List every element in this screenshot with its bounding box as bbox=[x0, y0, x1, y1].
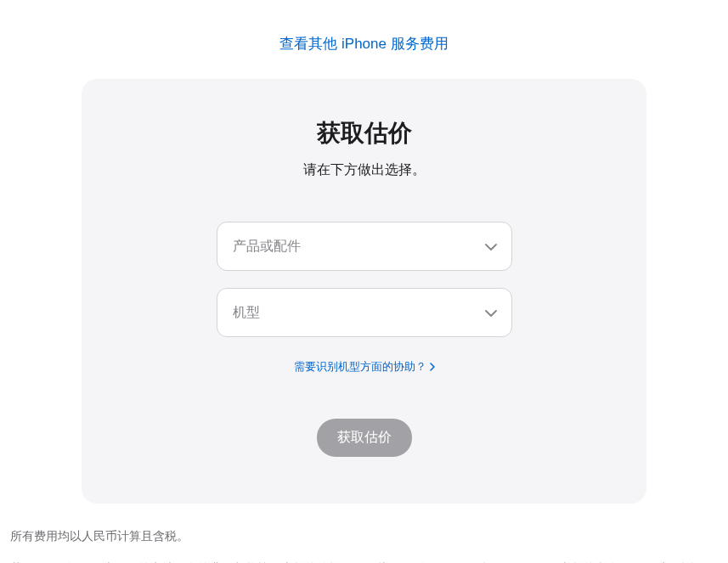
model-select[interactable]: 机型 bbox=[217, 288, 512, 337]
identify-model-help-link[interactable]: 需要识别机型方面的协助？ bbox=[294, 359, 435, 374]
product-select-wrap: 产品或配件 bbox=[217, 222, 512, 271]
help-link-text: 需要识别机型方面的协助？ bbox=[294, 359, 426, 374]
footer-line-2: 截至 2023 年 2 月底，保外电池服务的费用都将按照当前的价格收取。从 20… bbox=[10, 558, 718, 563]
card-subtitle: 请在下方做出选择。 bbox=[133, 161, 595, 179]
top-link-container: 查看其他 iPhone 服务费用 bbox=[0, 0, 728, 79]
footer-notes: 所有费用均以人民币计算且含税。 截至 2023 年 2 月底，保外电池服务的费用… bbox=[0, 504, 728, 563]
card-title: 获取估价 bbox=[133, 117, 595, 149]
button-row: 获取估价 bbox=[133, 419, 595, 457]
product-select[interactable]: 产品或配件 bbox=[217, 222, 512, 271]
model-select-placeholder: 机型 bbox=[233, 304, 260, 322]
model-select-wrap: 机型 bbox=[217, 288, 512, 337]
footer-line-1: 所有费用均以人民币计算且含税。 bbox=[10, 526, 718, 548]
estimate-card: 获取估价 请在下方做出选择。 产品或配件 机型 需要识别机型方面的协助？ 获取估… bbox=[82, 79, 646, 504]
get-estimate-button[interactable]: 获取估价 bbox=[317, 419, 412, 457]
other-service-fees-link[interactable]: 查看其他 iPhone 服务费用 bbox=[279, 36, 448, 52]
chevron-right-icon bbox=[430, 361, 435, 374]
product-select-placeholder: 产品或配件 bbox=[233, 238, 301, 256]
